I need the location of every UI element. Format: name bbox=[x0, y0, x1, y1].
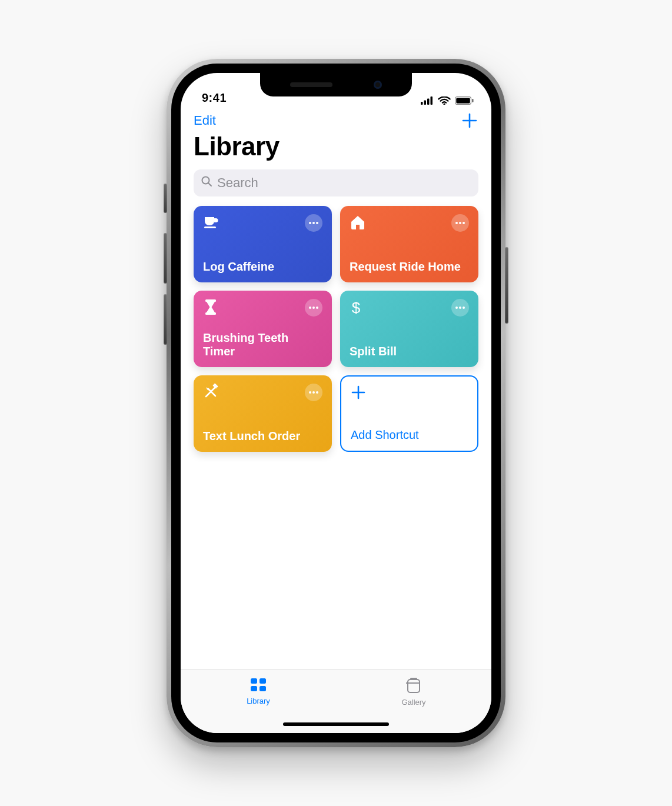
svg-point-14 bbox=[312, 222, 315, 224]
shortcut-tile-text-lunch[interactable]: Text Lunch Order bbox=[194, 375, 332, 452]
shortcut-label: Text Lunch Order bbox=[203, 429, 322, 444]
svg-point-25 bbox=[455, 307, 458, 309]
volume-down-button bbox=[164, 294, 167, 345]
svg-line-11 bbox=[208, 183, 211, 186]
utensils-icon bbox=[203, 384, 219, 400]
svg-rect-36 bbox=[260, 678, 266, 684]
grid-icon bbox=[249, 677, 267, 694]
notch bbox=[260, 73, 412, 96]
svg-rect-7 bbox=[472, 99, 474, 102]
svg-text:$: $ bbox=[352, 299, 361, 317]
search-icon bbox=[201, 175, 212, 191]
svg-rect-37 bbox=[251, 686, 257, 691]
more-button[interactable] bbox=[305, 214, 322, 232]
gallery-icon bbox=[406, 677, 421, 695]
more-button[interactable] bbox=[451, 299, 469, 317]
shortcut-grid: Log Caffeine bbox=[181, 206, 491, 452]
more-icon bbox=[308, 391, 319, 394]
svg-rect-1 bbox=[424, 101, 427, 105]
more-button[interactable] bbox=[305, 384, 322, 401]
tab-label: Gallery bbox=[401, 698, 425, 707]
plus-icon bbox=[351, 385, 367, 401]
svg-point-15 bbox=[316, 222, 318, 224]
more-icon bbox=[308, 221, 319, 225]
volume-up-button bbox=[164, 233, 167, 284]
svg-point-26 bbox=[459, 307, 461, 309]
more-icon bbox=[455, 221, 465, 225]
svg-rect-38 bbox=[260, 686, 266, 691]
cellular-icon bbox=[421, 96, 434, 105]
search-input[interactable]: Search bbox=[194, 169, 478, 196]
add-shortcut-label: Add Shortcut bbox=[351, 428, 468, 442]
battery-icon bbox=[455, 96, 474, 105]
svg-point-32 bbox=[316, 391, 318, 394]
page-title: Library bbox=[181, 132, 491, 166]
wifi-icon bbox=[438, 96, 451, 105]
more-button[interactable] bbox=[305, 299, 322, 317]
svg-point-27 bbox=[463, 307, 465, 309]
hourglass-icon bbox=[203, 299, 219, 315]
svg-point-13 bbox=[309, 222, 311, 224]
svg-rect-2 bbox=[427, 99, 430, 105]
svg-point-22 bbox=[312, 307, 315, 309]
shortcut-label: Split Bill bbox=[350, 345, 469, 359]
svg-rect-6 bbox=[456, 98, 470, 104]
shortcut-label: Request Ride Home bbox=[350, 260, 469, 274]
svg-rect-0 bbox=[421, 102, 423, 105]
power-button bbox=[505, 247, 508, 324]
svg-point-16 bbox=[455, 222, 458, 224]
tab-label: Library bbox=[247, 697, 270, 705]
home-icon bbox=[350, 214, 366, 231]
coffee-cup-icon bbox=[203, 214, 219, 231]
svg-rect-41 bbox=[410, 678, 417, 680]
mute-switch bbox=[164, 184, 167, 213]
svg-rect-39 bbox=[408, 680, 420, 692]
svg-rect-3 bbox=[431, 96, 433, 105]
shortcut-tile-log-caffeine[interactable]: Log Caffeine bbox=[194, 206, 332, 282]
phone-frame: 9:41 bbox=[167, 59, 505, 747]
svg-point-23 bbox=[316, 307, 318, 309]
shortcut-tile-split-bill[interactable]: $ Split Bill bbox=[340, 291, 478, 367]
svg-point-21 bbox=[309, 307, 311, 309]
svg-rect-35 bbox=[251, 678, 257, 684]
svg-point-17 bbox=[459, 222, 461, 224]
add-shortcut-tile[interactable]: Add Shortcut bbox=[340, 375, 478, 452]
more-icon bbox=[455, 306, 465, 309]
more-button[interactable] bbox=[451, 214, 469, 232]
shortcut-tile-request-ride[interactable]: Request Ride Home bbox=[340, 206, 478, 282]
edit-button[interactable]: Edit bbox=[194, 113, 216, 128]
add-shortcut-plus-button[interactable] bbox=[461, 112, 478, 129]
svg-point-18 bbox=[463, 222, 465, 224]
home-indicator[interactable] bbox=[283, 722, 389, 726]
dollar-icon: $ bbox=[350, 299, 366, 315]
search-placeholder: Search bbox=[217, 175, 258, 191]
svg-point-31 bbox=[312, 391, 315, 394]
shortcut-tile-brushing-teeth[interactable]: Brushing Teeth Timer bbox=[194, 291, 332, 367]
svg-rect-12 bbox=[204, 227, 216, 228]
status-time: 9:41 bbox=[202, 91, 227, 105]
shortcut-label: Log Caffeine bbox=[203, 260, 322, 274]
plus-icon bbox=[461, 112, 478, 129]
svg-point-30 bbox=[309, 391, 311, 394]
more-icon bbox=[308, 306, 319, 309]
svg-rect-20 bbox=[205, 312, 216, 315]
svg-rect-19 bbox=[205, 299, 216, 302]
shortcut-label: Brushing Teeth Timer bbox=[203, 331, 322, 359]
svg-point-4 bbox=[443, 103, 445, 105]
